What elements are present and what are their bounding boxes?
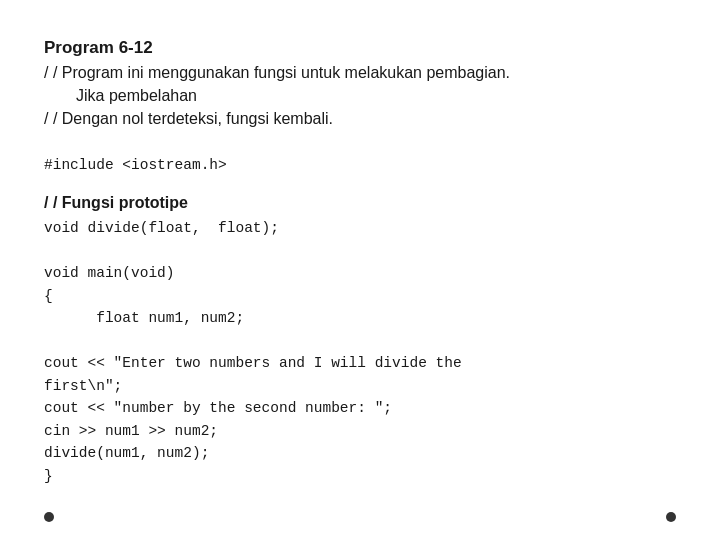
brace-open: {: [44, 285, 676, 307]
cout-line2: cout << "number by the second number: ";: [44, 397, 676, 419]
slide-container: Program 6-12 / / Program ini menggunakan…: [0, 0, 720, 540]
desc-line-3: / / Dengan nol terdeteksi, fungsi kembal…: [44, 110, 333, 127]
divide-call: divide(num1, num2);: [44, 442, 676, 464]
main-void: void main(void): [44, 262, 676, 284]
prototype-code: void divide(float, float);: [44, 217, 676, 239]
program-title: Program 6-12: [44, 38, 153, 57]
cin-line: cin >> num1 >> num2;: [44, 420, 676, 442]
desc-line-2: Jika pembelahan: [44, 87, 197, 104]
dot-right: [666, 512, 676, 522]
comment-prototype: / / Fungsi prototipe: [44, 191, 676, 216]
code-section: #include <iostream.h> / / Fungsi prototi…: [44, 154, 676, 487]
dot-left: [44, 512, 54, 522]
float-line: float num1, num2;: [44, 307, 676, 329]
brace-close: }: [44, 465, 676, 487]
cout-line1: cout << "Enter two numbers and I will di…: [44, 352, 676, 374]
desc-line-1: / / Program ini menggunakan fungsi untuk…: [44, 64, 510, 81]
title-section: Program 6-12 / / Program ini menggunakan…: [44, 36, 676, 130]
dot-row: [0, 512, 720, 522]
first-line: first\n";: [44, 375, 676, 397]
include-line: #include <iostream.h>: [44, 154, 676, 176]
